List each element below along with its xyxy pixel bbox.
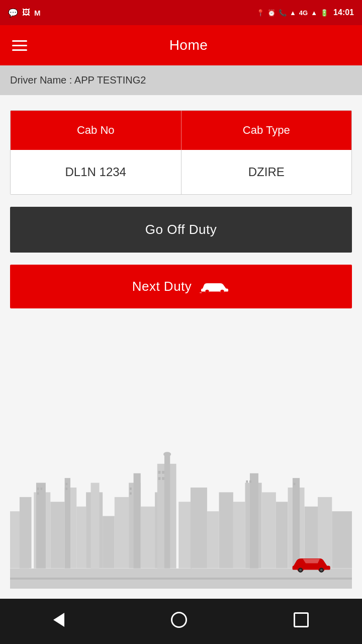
- cab-type-value: DZIRE: [182, 150, 352, 194]
- svg-rect-7: [50, 502, 64, 569]
- svg-rect-25: [219, 493, 233, 569]
- alarm-icon: ⏰: [267, 9, 276, 17]
- cab-table-header: Cab No Cab Type: [11, 111, 351, 150]
- svg-rect-20: [164, 454, 170, 569]
- svg-rect-46: [162, 477, 164, 480]
- svg-rect-35: [332, 512, 352, 569]
- svg-rect-28: [250, 473, 258, 569]
- hamburger-line-2: [12, 45, 27, 46]
- status-bar: 💬 🖼 M 📍 ⏰ 📞 ▲ 4G ▲ 🔋 14:01: [0, 0, 362, 25]
- svg-rect-45: [158, 477, 161, 480]
- svg-rect-47: [246, 480, 248, 483]
- svg-point-1: [221, 289, 225, 293]
- next-duty-button[interactable]: Next Duty: [10, 265, 352, 308]
- svg-rect-48: [249, 480, 251, 483]
- top-nav: Home: [0, 25, 362, 65]
- svg-rect-2: [200, 292, 202, 293]
- off-duty-button[interactable]: Go Off Duty: [10, 207, 352, 253]
- back-button[interactable]: [38, 608, 79, 635]
- svg-rect-6: [36, 483, 46, 569]
- cab-table: Cab No Cab Type DL1N 1234 DZIRE: [10, 110, 352, 195]
- driver-name-bar: Driver Name : APP TESTING2: [0, 65, 362, 95]
- hamburger-line-3: [12, 49, 27, 51]
- next-duty-label: Next Duty: [132, 279, 192, 294]
- gmail-icon: M: [34, 9, 41, 17]
- whatsapp-icon: 💬: [8, 8, 18, 18]
- svg-rect-22: [178, 502, 192, 569]
- svg-rect-14: [115, 497, 129, 569]
- main-content: Cab No Cab Type DL1N 1234 DZIRE Go Off D…: [0, 95, 362, 599]
- car-icon: [200, 280, 230, 294]
- cab-no-header: Cab No: [11, 111, 182, 150]
- svg-rect-38: [37, 493, 39, 495]
- skyline-container: [10, 320, 352, 589]
- road-line: [10, 578, 352, 580]
- status-bar-right: 📍 ⏰ 📞 ▲ 4G ▲ 🔋 14:01: [256, 8, 354, 17]
- recent-apps-button[interactable]: [279, 607, 324, 635]
- svg-point-52: [299, 569, 302, 572]
- svg-rect-16: [134, 473, 141, 569]
- svg-point-21: [163, 452, 171, 457]
- svg-rect-10: [76, 507, 86, 569]
- svg-rect-24: [207, 512, 219, 569]
- network-label: 4G: [299, 9, 308, 17]
- battery-icon: 🔋: [320, 9, 328, 17]
- location-icon: 📍: [256, 9, 264, 17]
- hamburger-menu[interactable]: [12, 40, 27, 51]
- svg-rect-23: [191, 488, 207, 569]
- hamburger-line-1: [12, 40, 27, 42]
- svg-rect-49: [294, 483, 296, 486]
- svg-rect-17: [141, 507, 155, 569]
- svg-point-0: [206, 289, 210, 293]
- page-title: Home: [27, 37, 350, 53]
- svg-rect-4: [20, 497, 32, 569]
- svg-rect-43: [158, 471, 161, 474]
- svg-point-53: [320, 569, 323, 572]
- svg-rect-42: [130, 493, 132, 495]
- skyline-svg: [10, 445, 352, 569]
- svg-rect-41: [130, 488, 132, 490]
- bottom-nav-bar: [0, 599, 362, 644]
- svg-rect-39: [66, 483, 68, 486]
- time-display: 14:01: [333, 8, 354, 17]
- svg-rect-29: [262, 493, 276, 569]
- svg-rect-13: [103, 516, 115, 569]
- cab-no-value: DL1N 1234: [11, 150, 182, 194]
- svg-rect-9: [65, 478, 70, 569]
- svg-rect-26: [233, 502, 245, 569]
- gallery-icon: 🖼: [22, 8, 30, 17]
- signal-icon: ▲: [311, 9, 317, 17]
- home-button[interactable]: [156, 607, 202, 636]
- svg-rect-30: [276, 502, 288, 569]
- svg-rect-36: [37, 488, 39, 490]
- svg-rect-12: [91, 483, 100, 569]
- wifi-icon: ▲: [290, 9, 296, 17]
- status-bar-left: 💬 🖼 M: [8, 8, 41, 18]
- svg-rect-40: [66, 488, 68, 490]
- cab-table-body: DL1N 1234 DZIRE: [11, 150, 351, 194]
- svg-rect-37: [40, 488, 42, 490]
- svg-rect-44: [162, 471, 164, 474]
- call-icon: 📞: [279, 9, 287, 17]
- decorative-car: [292, 553, 332, 574]
- driver-name-label: Driver Name : APP TESTING2: [10, 74, 146, 86]
- cab-type-header: Cab Type: [182, 111, 352, 150]
